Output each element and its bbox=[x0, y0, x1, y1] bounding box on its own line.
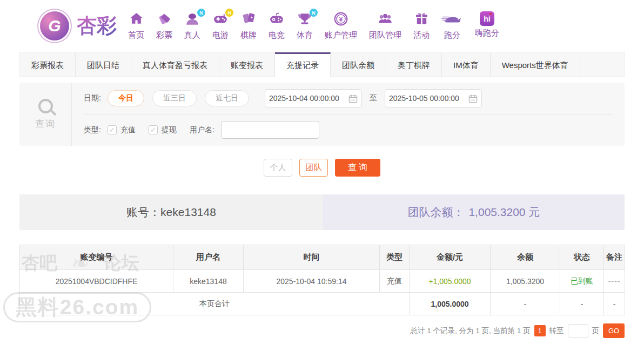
calendar-icon[interactable] bbox=[348, 94, 358, 103]
team-icon bbox=[378, 11, 393, 28]
column-header-status: 状态 bbox=[560, 245, 604, 270]
summary-row: 本页合计 1,005.0000 - - - bbox=[20, 293, 625, 315]
column-header-change-id: 账变编号 bbox=[20, 245, 173, 270]
esports-gamepad-icon bbox=[269, 11, 284, 28]
date-label: 日期: bbox=[84, 93, 101, 103]
date-from-input[interactable] bbox=[269, 94, 348, 103]
tab-wesports[interactable]: Wesports世界体育 bbox=[491, 52, 580, 77]
personal-scope-button[interactable]: 个人 bbox=[264, 159, 292, 177]
quick-7days-button[interactable]: 近七日 bbox=[205, 90, 249, 106]
nav-item-home[interactable]: 首页 bbox=[122, 11, 150, 40]
tab-team-balance[interactable]: 团队余额 bbox=[331, 52, 386, 77]
table-header-row: 账变编号 用户名 时间 类型 金额/元 余额 状态 备注 bbox=[20, 245, 625, 270]
goto-label: 转至 bbox=[549, 326, 564, 336]
account-value: keke13148 bbox=[160, 206, 216, 219]
nav-item-esports[interactable]: 电竞 bbox=[263, 11, 291, 40]
page-number-button[interactable]: 1 bbox=[534, 325, 546, 336]
goto-page-input[interactable] bbox=[568, 324, 588, 338]
account-cell: 账号： keke13148 bbox=[19, 194, 323, 230]
ticket-icon bbox=[157, 11, 172, 28]
column-header-username: 用户名 bbox=[173, 245, 244, 270]
tab-account-changes[interactable]: 账变报表 bbox=[219, 52, 275, 77]
search-button[interactable]: 查 询 bbox=[335, 159, 380, 177]
withdraw-checkbox-label: 提现 bbox=[162, 125, 177, 135]
team-scope-button[interactable]: 团队 bbox=[299, 159, 328, 177]
svg-text:¥: ¥ bbox=[339, 16, 343, 23]
range-separator: 至 bbox=[370, 93, 377, 103]
nav-item-boardgames[interactable]: 棋牌 bbox=[234, 11, 263, 40]
team-balance-cell: 团队余额： 1,005.3200 元 bbox=[323, 194, 625, 230]
column-header-time: 时间 bbox=[244, 245, 380, 270]
account-label: 账号： bbox=[126, 205, 160, 220]
nav-label: 棋牌 bbox=[240, 30, 257, 40]
summary-status: - bbox=[560, 293, 604, 315]
cell-status: 已到账 bbox=[560, 270, 604, 293]
checkbox-checked-icon bbox=[149, 125, 158, 134]
nav-label: 活动 bbox=[413, 30, 430, 40]
nav-item-account-management[interactable]: ¥ 账户管理 bbox=[319, 11, 363, 40]
column-header-type: 类型 bbox=[380, 245, 410, 270]
brand-logo[interactable]: G 杏彩 bbox=[40, 11, 117, 40]
nav-label: 真人 bbox=[184, 30, 200, 40]
nav-label: 彩票 bbox=[156, 30, 172, 40]
nav-item-sports[interactable]: N 体育 bbox=[291, 11, 319, 40]
nav-label: 账户管理 bbox=[325, 30, 357, 40]
go-button[interactable]: GO bbox=[603, 323, 625, 338]
nav-item-team-management[interactable]: 团队管理 bbox=[363, 11, 407, 40]
nav-label: 首页 bbox=[128, 30, 144, 40]
filter-fields: 日期: 今日 近三日 近七日 至 bbox=[72, 83, 625, 146]
team-balance-value: 1,005.3200 bbox=[468, 206, 525, 219]
cell-type: 充值 bbox=[380, 270, 410, 293]
withdraw-checkbox[interactable]: 提现 bbox=[149, 125, 177, 135]
table-row: 20251004VBDCIDFHFE keke13148 2025-10-04 … bbox=[20, 270, 625, 293]
nav-label: 体育 bbox=[297, 30, 313, 40]
calendar-icon[interactable] bbox=[468, 94, 478, 103]
summary-note: - bbox=[604, 293, 625, 315]
top-header: G 杏彩 首页 彩票 bbox=[0, 0, 644, 52]
cell-time: 2025-10-04 10:59:14 bbox=[244, 270, 380, 293]
hi-app-icon: hi bbox=[480, 11, 494, 28]
pagination-summary: 总计 1 个记录, 分为 1 页, 当前第 1 页 bbox=[410, 326, 530, 336]
tab-aoding-boardgames[interactable]: 奥丁棋牌 bbox=[386, 52, 442, 77]
search-icon bbox=[38, 99, 53, 113]
column-header-amount: 金额/元 bbox=[410, 245, 491, 270]
gift-icon bbox=[414, 11, 429, 28]
nav-item-lottery[interactable]: 彩票 bbox=[150, 11, 178, 40]
query-side-label: 查询 bbox=[35, 118, 56, 130]
new-badge: N bbox=[197, 9, 205, 17]
nav-label: 电游 bbox=[212, 30, 229, 40]
tab-live-sports-pnl[interactable]: 真人体育盈亏报表 bbox=[131, 52, 219, 77]
new-badge: N bbox=[310, 9, 318, 17]
records-table: 账变编号 用户名 时间 类型 金额/元 余额 状态 备注 20251004VBD… bbox=[19, 245, 625, 315]
nav-label: 团队管理 bbox=[369, 30, 401, 40]
nav-item-live[interactable]: N 真人 bbox=[178, 11, 206, 40]
slot-gamepad-icon: H bbox=[213, 11, 228, 28]
nav-item-paofen[interactable]: 跑分 bbox=[435, 11, 469, 40]
column-header-balance: 余额 bbox=[491, 245, 560, 270]
quick-3days-button[interactable]: 近三日 bbox=[152, 90, 197, 106]
date-to-input[interactable] bbox=[389, 94, 468, 103]
username-input[interactable] bbox=[221, 121, 319, 139]
tab-team-daily[interactable]: 团队日结 bbox=[76, 52, 131, 77]
rhino-run-icon bbox=[441, 11, 463, 28]
date-from-field[interactable] bbox=[265, 89, 362, 107]
quick-today-button[interactable]: 今日 bbox=[108, 90, 144, 106]
home-icon bbox=[129, 11, 144, 28]
account-summary-bar: 账号： keke13148 团队余额： 1,005.3200 元 bbox=[19, 194, 625, 230]
date-to-field[interactable] bbox=[385, 89, 482, 107]
main-nav: 首页 彩票 N 真人 bbox=[122, 11, 505, 40]
filter-panel: 查询 日期: 今日 近三日 近七日 至 bbox=[19, 83, 625, 146]
date-filter-row: 日期: 今日 近三日 近七日 至 bbox=[84, 83, 613, 114]
deposit-checkbox[interactable]: 充值 bbox=[108, 125, 136, 135]
tab-deposit-withdraw-records[interactable]: 充提记录 bbox=[275, 52, 331, 77]
username-label: 用户名: bbox=[190, 125, 214, 135]
tab-im-sports[interactable]: IM体育 bbox=[442, 52, 491, 77]
logo-icon: G bbox=[40, 11, 69, 40]
tab-lottery-report[interactable]: 彩票报表 bbox=[20, 52, 76, 77]
column-header-note: 备注 bbox=[604, 245, 625, 270]
nav-item-activity[interactable]: 活动 bbox=[407, 11, 435, 40]
nav-item-egame[interactable]: H 电游 bbox=[206, 11, 234, 40]
nav-item-hipaofen[interactable]: hi 嗨跑分 bbox=[469, 11, 505, 40]
nav-label: 跑分 bbox=[441, 30, 463, 40]
nav-label: 电竞 bbox=[269, 30, 285, 40]
